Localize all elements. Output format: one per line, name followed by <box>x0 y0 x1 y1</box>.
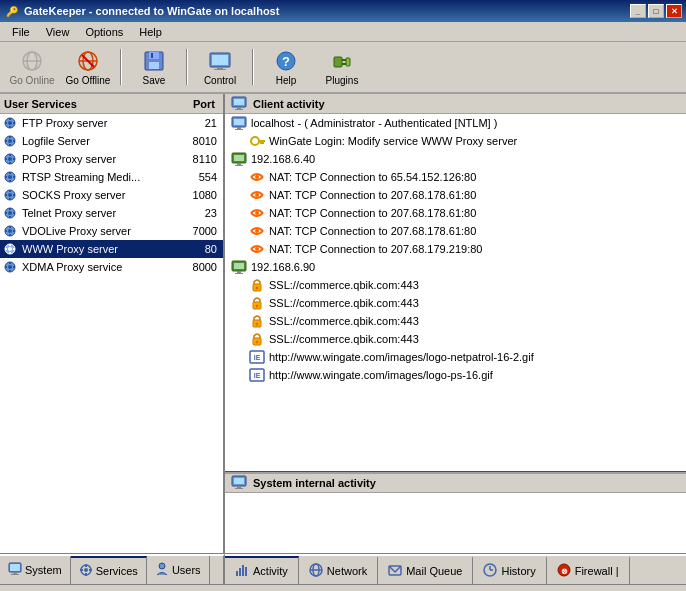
service-port: 23 <box>181 207 221 219</box>
users-tab-label: Users <box>172 564 201 576</box>
user-services-label: User Services <box>4 98 193 110</box>
service-port: 554 <box>181 171 221 183</box>
tab-mail-queue[interactable]: Mail Queue <box>378 556 473 584</box>
svg-rect-123 <box>85 573 87 576</box>
help-icon: ? <box>274 49 298 73</box>
plugins-icon <box>330 49 354 73</box>
svg-rect-98 <box>237 271 241 273</box>
svg-rect-50 <box>13 194 15 196</box>
menu-options[interactable]: Options <box>77 24 131 40</box>
svg-rect-115 <box>235 488 243 489</box>
svg-rect-78 <box>235 109 243 110</box>
go-offline-label: Go Offline <box>66 75 111 86</box>
service-row[interactable]: Logfile Server 8010 <box>0 132 223 150</box>
menu-help[interactable]: Help <box>131 24 170 40</box>
service-name: XDMA Proxy service <box>22 261 181 273</box>
service-row[interactable]: WWW Proxy server 80 <box>0 240 223 258</box>
control-button[interactable]: Control <box>194 45 246 89</box>
tab-users[interactable]: Users <box>147 556 210 584</box>
tab-activity[interactable]: Activity <box>225 556 299 584</box>
svg-rect-59 <box>9 226 11 228</box>
activity-text: WinGate Login: Modify service WWW Proxy … <box>269 133 517 149</box>
activity-text: NAT: TCP Connection to 65.54.152.126:80 <box>269 169 476 185</box>
services-table: FTP Proxy server 21 Logfile Server 8010 <box>0 114 223 553</box>
service-icon <box>2 133 18 149</box>
svg-rect-122 <box>85 564 87 567</box>
service-port: 8110 <box>181 153 221 165</box>
service-row[interactable]: Telnet Proxy server 23 <box>0 204 223 222</box>
go-online-button[interactable]: Go Online <box>6 45 58 89</box>
svg-rect-129 <box>242 565 244 576</box>
tab-services[interactable]: Services <box>71 556 147 584</box>
svg-rect-118 <box>13 572 17 574</box>
close-button[interactable]: ✕ <box>666 4 682 18</box>
system-activity-icon <box>231 474 247 492</box>
title-icon: 🔑 <box>4 3 20 19</box>
activity-item: NAT: TCP Connection to 65.54.152.126:80 <box>225 168 686 186</box>
service-row[interactable]: RTSP Streaming Medi... 554 <box>0 168 223 186</box>
svg-point-40 <box>8 175 12 179</box>
go-offline-button[interactable]: Go Offline <box>62 45 114 89</box>
help-label: Help <box>276 75 297 86</box>
system-activity-header: System internal activity <box>225 473 686 493</box>
svg-rect-23 <box>9 118 11 120</box>
activity-text: SSL://commerce.qbik.com:443 <box>269 313 419 329</box>
tab-system[interactable]: System <box>0 556 71 584</box>
service-name: Telnet Proxy server <box>22 207 181 219</box>
tab-firewall[interactable]: ⊗ Firewall | <box>547 556 630 584</box>
activity-text: SSL://commerce.qbik.com:443 <box>269 331 419 347</box>
menu-file[interactable]: File <box>4 24 38 40</box>
service-name: SOCKS Proxy server <box>22 189 181 201</box>
svg-rect-124 <box>80 569 83 571</box>
service-port: 8000 <box>181 261 221 273</box>
service-icon <box>2 169 18 185</box>
svg-rect-86 <box>260 142 262 144</box>
menu-view[interactable]: View <box>38 24 78 40</box>
minimize-button[interactable]: _ <box>630 4 646 18</box>
svg-rect-53 <box>9 208 11 210</box>
activity-type-icon <box>249 223 265 239</box>
activity-tab-icon <box>235 563 249 579</box>
svg-point-105 <box>256 323 259 326</box>
help-button[interactable]: ? Help <box>260 45 312 89</box>
menu-bar: File View Options Help <box>0 22 686 42</box>
svg-rect-61 <box>5 230 7 232</box>
activity-type-icon <box>231 115 247 131</box>
svg-rect-89 <box>237 163 241 165</box>
service-row[interactable]: VDOLive Proxy server 7000 <box>0 222 223 240</box>
service-name: Logfile Server <box>22 135 181 147</box>
right-panel: Client activity localhost - ( Administra… <box>225 94 686 553</box>
svg-rect-35 <box>9 154 11 156</box>
save-icon <box>142 49 166 73</box>
svg-rect-12 <box>212 55 228 65</box>
service-row[interactable]: XDMA Proxy service 8000 <box>0 258 223 276</box>
svg-text:IE: IE <box>254 354 261 361</box>
plugins-button[interactable]: Plugins <box>316 45 368 89</box>
activity-item: SSL://commerce.qbik.com:443 <box>225 330 686 348</box>
plugins-label: Plugins <box>326 75 359 86</box>
svg-point-28 <box>8 139 12 143</box>
svg-rect-41 <box>9 172 11 174</box>
save-button[interactable]: Save <box>128 45 180 89</box>
svg-text:⊗: ⊗ <box>560 567 567 576</box>
services-tab-label: Services <box>96 565 138 577</box>
history-tab-label: History <box>501 565 535 577</box>
tab-network[interactable]: Network <box>299 556 378 584</box>
svg-rect-66 <box>9 252 11 254</box>
service-row[interactable]: SOCKS Proxy server 1080 <box>0 186 223 204</box>
activity-item: SSL://commerce.qbik.com:443 <box>225 312 686 330</box>
service-row[interactable]: FTP Proxy server 21 <box>0 114 223 132</box>
svg-rect-97 <box>234 263 244 269</box>
maximize-button[interactable]: □ <box>648 4 664 18</box>
users-tab-icon <box>155 562 169 578</box>
svg-rect-67 <box>5 248 7 250</box>
svg-point-126 <box>159 563 165 569</box>
tab-history[interactable]: History <box>473 556 546 584</box>
svg-rect-125 <box>89 569 92 571</box>
activity-text: 192.168.6.90 <box>251 259 315 275</box>
service-name: RTSP Streaming Medi... <box>22 171 181 183</box>
svg-rect-42 <box>9 180 11 182</box>
svg-point-83 <box>251 137 259 145</box>
svg-rect-24 <box>9 126 11 128</box>
service-row[interactable]: POP3 Proxy server 8110 <box>0 150 223 168</box>
